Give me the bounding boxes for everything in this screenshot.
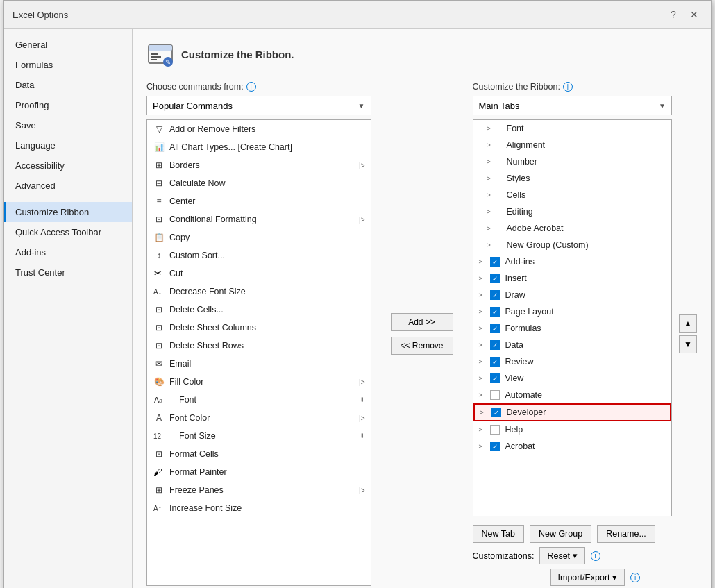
sidebar-item-accessibility[interactable]: Accessibility bbox=[4, 156, 132, 176]
import-export-button[interactable]: Import/Export ▾ bbox=[550, 569, 625, 586]
ribbon-item-label: Styles bbox=[507, 174, 530, 183]
ribbon-item-checkbox[interactable]: ✓ bbox=[490, 340, 500, 350]
ribbon-tree-item[interactable]: >Automate bbox=[473, 387, 672, 403]
remove-button[interactable]: << Remove bbox=[391, 337, 453, 355]
ribbon-tree-item[interactable]: >✓Insert bbox=[473, 270, 672, 287]
list-item[interactable]: ✂Cut bbox=[147, 264, 371, 283]
chevron-icon: > bbox=[487, 242, 496, 249]
ribbon-item-checkbox[interactable] bbox=[490, 425, 500, 435]
choose-commands-dropdown[interactable]: Popular Commands ▼ bbox=[146, 96, 371, 115]
list-item[interactable]: ⊡Delete Cells... bbox=[147, 301, 371, 319]
command-label: Increase Font Size bbox=[169, 503, 242, 513]
ribbon-tree-item[interactable]: >Font bbox=[473, 120, 672, 137]
ribbon-tree-item[interactable]: >✓Acrobat bbox=[473, 438, 672, 455]
list-item[interactable]: ⊡Delete Sheet Columns bbox=[147, 319, 371, 337]
ribbon-item-label: Adobe Acrobat bbox=[507, 224, 564, 233]
list-item[interactable]: 🖌Format Painter bbox=[147, 463, 371, 481]
sidebar-item-add-ins[interactable]: Add-ins bbox=[4, 242, 132, 262]
new-group-button[interactable]: New Group bbox=[530, 525, 591, 543]
chevron-icon: > bbox=[479, 275, 487, 282]
ribbon-tree-item[interactable]: >✓Developer bbox=[473, 403, 672, 421]
ribbon-tree-item[interactable]: >✓Review bbox=[473, 353, 672, 370]
middle-buttons: Add >> << Remove bbox=[385, 82, 459, 586]
list-item[interactable]: AFont Color|> bbox=[147, 409, 371, 427]
ribbon-tree-item[interactable]: >✓Page Layout bbox=[473, 303, 672, 320]
title-bar-buttons: ? ✕ bbox=[665, 6, 703, 23]
ribbon-item-checkbox[interactable]: ✓ bbox=[490, 357, 500, 367]
list-item[interactable]: ⊟Calculate Now bbox=[147, 174, 371, 192]
ribbon-tree-item[interactable]: >Cells bbox=[473, 187, 672, 203]
ribbon-item-checkbox[interactable]: ✓ bbox=[490, 274, 500, 283]
help-button[interactable]: ? bbox=[665, 6, 682, 23]
list-item[interactable]: ↕Custom Sort... bbox=[147, 246, 371, 264]
close-button[interactable]: ✕ bbox=[686, 6, 703, 23]
new-tab-button[interactable]: New Tab bbox=[473, 525, 524, 543]
list-item[interactable]: A↑Increase Font Size bbox=[147, 499, 371, 516]
list-item[interactable]: 📊All Chart Types... [Create Chart] bbox=[147, 138, 371, 156]
ribbon-tree-item[interactable]: >✓Add-ins bbox=[473, 253, 672, 270]
list-item[interactable]: ⊡Format Cells bbox=[147, 445, 371, 463]
ribbon-item-label: Formulas bbox=[505, 324, 541, 333]
move-up-button[interactable]: ▲ bbox=[679, 314, 697, 333]
customize-ribbon-info-icon[interactable]: i bbox=[563, 82, 573, 92]
list-item[interactable]: AaFont⬇ bbox=[147, 391, 371, 409]
list-item[interactable]: ⊡Conditional Formatting|> bbox=[147, 210, 371, 228]
ribbon-tree-item[interactable]: >Help bbox=[473, 421, 672, 438]
move-down-button[interactable]: ▼ bbox=[679, 335, 697, 353]
ribbon-item-checkbox[interactable]: ✓ bbox=[490, 442, 500, 451]
ribbon-item-checkbox[interactable]: ✓ bbox=[490, 290, 500, 300]
sidebar-item-language[interactable]: Language bbox=[4, 135, 132, 156]
sidebar-item-data[interactable]: Data bbox=[4, 75, 132, 95]
ribbon-tree-item[interactable]: >✓Draw bbox=[473, 287, 672, 303]
choose-commands-info-icon[interactable]: i bbox=[246, 82, 256, 92]
sidebar-item-save[interactable]: Save bbox=[4, 115, 132, 135]
sidebar-item-proofing[interactable]: Proofing bbox=[4, 95, 132, 115]
ribbon-tree-item[interactable]: >✓View bbox=[473, 370, 672, 387]
list-item[interactable]: ⊞Freeze Panes|> bbox=[147, 481, 371, 499]
ribbon-list-scroll[interactable]: >Font>Alignment>Number>Styles>Cells>Edit… bbox=[473, 120, 672, 516]
sidebar-item-customize-ribbon[interactable]: Customize Ribbon bbox=[4, 202, 132, 222]
ribbon-tree-item[interactable]: >Editing bbox=[473, 203, 672, 220]
ribbon-tree-item[interactable]: >✓Data bbox=[473, 337, 672, 353]
ribbon-tree-item[interactable]: >Adobe Acrobat bbox=[473, 220, 672, 237]
svg-text:✎: ✎ bbox=[165, 58, 171, 66]
customize-ribbon-dropdown[interactable]: Main Tabs ▼ bbox=[473, 96, 673, 115]
commands-list-scroll[interactable]: ▽Add or Remove Filters📊All Chart Types..… bbox=[147, 120, 371, 516]
customizations-label: Customizations: bbox=[473, 551, 535, 561]
sidebar-item-general[interactable]: General bbox=[4, 35, 132, 55]
ribbon-item-label: Help bbox=[505, 425, 523, 435]
import-export-info-icon[interactable]: i bbox=[630, 573, 640, 582]
ribbon-tree-item[interactable]: >✓Formulas bbox=[473, 320, 672, 337]
reset-button[interactable]: Reset ▾ bbox=[539, 547, 584, 564]
list-item[interactable]: A↓Decrease Font Size bbox=[147, 283, 371, 301]
ribbon-tree-item[interactable]: >Number bbox=[473, 153, 672, 170]
rename-button[interactable]: Rename... bbox=[597, 525, 655, 543]
list-item[interactable]: 12Font Size⬇ bbox=[147, 427, 371, 445]
list-item[interactable]: ⊞Borders|> bbox=[147, 156, 371, 174]
command-label: Font Color bbox=[169, 413, 210, 423]
list-item[interactable]: ≡Center bbox=[147, 192, 371, 210]
list-item[interactable]: ▽Add or Remove Filters bbox=[147, 120, 371, 138]
list-item[interactable]: 🎨Fill Color|> bbox=[147, 373, 371, 391]
ribbon-tree-item[interactable]: >Alignment bbox=[473, 137, 672, 153]
chevron-icon: > bbox=[487, 208, 496, 215]
add-button[interactable]: Add >> bbox=[391, 313, 453, 331]
list-item[interactable]: 📋Copy bbox=[147, 228, 371, 246]
ribbon-tree-item[interactable]: >Styles bbox=[473, 170, 672, 187]
list-item[interactable]: ⊡Delete Sheet Rows bbox=[147, 337, 371, 355]
command-icon: ≡ bbox=[153, 195, 165, 208]
sidebar-item-quick-access[interactable]: Quick Access Toolbar bbox=[4, 222, 132, 242]
ribbon-item-checkbox[interactable]: ✓ bbox=[491, 408, 501, 417]
reset-info-icon[interactable]: i bbox=[591, 551, 600, 561]
ribbon-item-checkbox[interactable]: ✓ bbox=[490, 324, 500, 333]
ribbon-item-checkbox[interactable]: ✓ bbox=[490, 373, 500, 383]
ribbon-item-checkbox[interactable]: ✓ bbox=[490, 257, 500, 267]
ribbon-tree-item[interactable]: >New Group (Custom) bbox=[473, 237, 672, 253]
ribbon-item-checkbox[interactable]: ✓ bbox=[490, 307, 500, 317]
sidebar-item-formulas[interactable]: Formulas bbox=[4, 55, 132, 75]
sidebar-item-trust-center[interactable]: Trust Center bbox=[4, 262, 132, 283]
ribbon-item-label: Cells bbox=[507, 190, 526, 200]
ribbon-item-checkbox[interactable] bbox=[490, 390, 500, 400]
sidebar-item-advanced[interactable]: Advanced bbox=[4, 176, 132, 196]
list-item[interactable]: ✉Email bbox=[147, 355, 371, 373]
